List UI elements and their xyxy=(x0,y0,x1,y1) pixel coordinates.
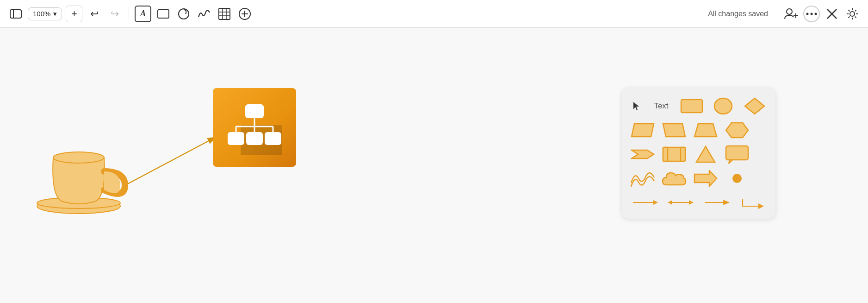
add-page-icon: + xyxy=(71,8,77,20)
svg-point-33 xyxy=(53,152,104,163)
double-line-icon xyxy=(703,198,731,207)
elbow-line-item[interactable] xyxy=(738,196,768,209)
film-item[interactable] xyxy=(662,145,687,163)
svg-point-15 xyxy=(806,13,809,15)
svg-rect-0 xyxy=(10,10,21,18)
svg-marker-69 xyxy=(723,200,729,205)
wave-icon xyxy=(630,169,655,188)
bidirectional-line-item[interactable] xyxy=(666,196,696,209)
svg-rect-46 xyxy=(681,100,702,113)
theme-button[interactable] xyxy=(844,6,861,22)
svg-point-16 xyxy=(811,13,813,15)
rectangle-tool-button[interactable] xyxy=(155,6,172,22)
svg-marker-51 xyxy=(694,124,717,137)
cloud-icon xyxy=(662,169,687,188)
triangle-icon xyxy=(695,145,716,163)
text-tool-button[interactable]: A xyxy=(135,6,151,22)
svg-marker-53 xyxy=(632,150,654,158)
circle-shape-icon xyxy=(713,97,733,115)
svg-marker-50 xyxy=(663,124,685,137)
svg-line-28 xyxy=(849,16,850,18)
table-tool-icon xyxy=(218,8,230,20)
edit-mode-icon xyxy=(825,7,838,20)
text-shape-item[interactable]: Text xyxy=(650,97,673,115)
shape-tool-button[interactable] xyxy=(175,6,192,22)
canvas[interactable]: Text xyxy=(0,28,868,303)
undo-button[interactable]: ↩ xyxy=(86,6,103,22)
shape-row-3 xyxy=(630,145,767,163)
svg-rect-35 xyxy=(245,104,264,118)
more-button[interactable] xyxy=(803,6,820,22)
svg-rect-43 xyxy=(246,132,263,145)
rect-shape-item[interactable] xyxy=(679,97,704,115)
shape-row-2 xyxy=(630,121,767,139)
cursor-icon xyxy=(632,101,641,111)
zoom-value: 100% xyxy=(33,10,50,18)
callout-icon xyxy=(725,145,749,164)
divider-1 xyxy=(129,7,129,20)
status-text: All changes saved xyxy=(708,10,768,18)
shape-row-5 xyxy=(630,196,767,209)
line-arrow-item[interactable] xyxy=(630,196,660,209)
undo-icon: ↩ xyxy=(90,8,99,20)
sidebar-toggle-icon xyxy=(10,9,22,19)
svg-point-3 xyxy=(179,9,189,19)
diamond-shape-icon xyxy=(744,97,765,115)
coffee-cup-svg xyxy=(28,120,130,218)
svg-marker-59 xyxy=(729,160,732,164)
redo-button[interactable]: ↪ xyxy=(106,6,123,22)
arrow-block-item[interactable] xyxy=(693,170,718,187)
svg-rect-4 xyxy=(219,8,230,19)
svg-point-61 xyxy=(732,174,742,183)
svg-line-26 xyxy=(855,16,856,18)
svg-line-27 xyxy=(855,10,856,11)
pen-tool-button[interactable] xyxy=(196,6,212,22)
wave-item[interactable] xyxy=(630,170,655,187)
network-diagram-svg xyxy=(227,100,282,155)
hexagon-item[interactable] xyxy=(725,121,750,139)
svg-rect-42 xyxy=(228,132,244,145)
coffee-cup xyxy=(28,120,130,220)
film-icon xyxy=(662,146,686,162)
trapezoid-item[interactable] xyxy=(693,121,718,139)
edit-mode-button[interactable] xyxy=(824,6,840,22)
shape-tool-icon xyxy=(177,8,190,20)
network-diagram-icon[interactable] xyxy=(213,88,296,167)
callout-item[interactable] xyxy=(725,145,750,163)
triangle-item[interactable] xyxy=(693,145,718,163)
add-page-button[interactable]: + xyxy=(66,6,82,22)
insert-tool-button[interactable] xyxy=(236,6,253,22)
pen-tool-icon xyxy=(198,8,211,20)
svg-point-12 xyxy=(787,9,792,14)
arrow-chevron-item[interactable] xyxy=(630,145,655,163)
svg-rect-44 xyxy=(265,132,281,145)
svg-marker-48 xyxy=(745,98,764,114)
cloud-item[interactable] xyxy=(662,170,687,187)
theme-icon xyxy=(846,7,859,20)
add-user-button[interactable] xyxy=(783,6,800,22)
hexagon-icon xyxy=(725,122,749,139)
dot-item[interactable] xyxy=(725,170,750,187)
zoom-selector[interactable]: 100% ▾ xyxy=(28,7,62,20)
parallelogram-right-icon xyxy=(662,123,686,138)
redo-icon: ↪ xyxy=(111,8,119,20)
circle-shape-item[interactable] xyxy=(711,97,736,115)
parallelogram-right-item[interactable] xyxy=(662,121,687,139)
svg-point-17 xyxy=(815,13,817,15)
svg-marker-60 xyxy=(694,170,717,186)
svg-point-20 xyxy=(850,12,855,16)
diamond-shape-item[interactable] xyxy=(742,97,767,115)
sidebar-toggle-button[interactable] xyxy=(7,6,24,22)
table-tool-button[interactable] xyxy=(216,6,233,22)
double-line-item[interactable] xyxy=(702,196,732,209)
elbow-line-icon xyxy=(741,196,764,209)
line-arrow-icon xyxy=(631,198,659,207)
parallelogram-left-item[interactable] xyxy=(630,121,655,139)
svg-rect-2 xyxy=(158,10,169,18)
rectangle-tool-icon xyxy=(157,9,170,19)
svg-marker-52 xyxy=(726,123,748,138)
parallelogram-left-icon xyxy=(631,123,655,138)
svg-rect-55 xyxy=(663,147,668,161)
svg-line-30 xyxy=(125,137,217,185)
cursor-tool[interactable] xyxy=(630,97,643,115)
